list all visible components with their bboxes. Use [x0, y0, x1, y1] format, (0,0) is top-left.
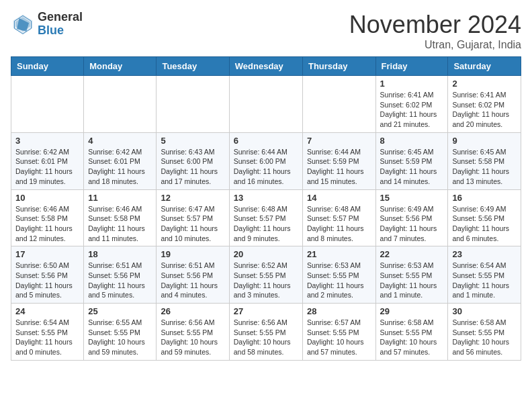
page-header: General Blue November 2024 Utran, Gujara…	[11, 11, 521, 51]
calendar-day-cell: 19Sunrise: 6:51 AMSunset: 5:56 PMDayligh…	[157, 246, 229, 304]
day-info: Sunrise: 6:45 AMSunset: 5:58 PMDaylight:…	[452, 147, 517, 187]
calendar-day-cell: 30Sunrise: 6:58 AMSunset: 5:55 PMDayligh…	[448, 304, 521, 361]
day-info: Sunrise: 6:44 AMSunset: 6:00 PMDaylight:…	[234, 147, 298, 187]
calendar-week-row: 17Sunrise: 6:50 AMSunset: 5:56 PMDayligh…	[11, 246, 521, 304]
day-info: Sunrise: 6:44 AMSunset: 5:59 PMDaylight:…	[307, 147, 371, 187]
day-info: Sunrise: 6:50 AMSunset: 5:56 PMDaylight:…	[15, 261, 79, 300]
day-info: Sunrise: 6:54 AMSunset: 5:55 PMDaylight:…	[452, 261, 517, 300]
calendar-day-cell: 24Sunrise: 6:54 AMSunset: 5:55 PMDayligh…	[11, 304, 84, 361]
day-number: 30	[452, 306, 517, 316]
day-number: 22	[380, 249, 444, 259]
day-info: Sunrise: 6:51 AMSunset: 5:56 PMDaylight:…	[88, 261, 152, 300]
day-number: 25	[88, 306, 152, 316]
day-info: Sunrise: 6:42 AMSunset: 6:01 PMDaylight:…	[15, 147, 79, 187]
day-info: Sunrise: 6:41 AMSunset: 6:02 PMDaylight:…	[380, 90, 444, 130]
calendar-day-cell: 22Sunrise: 6:53 AMSunset: 5:55 PMDayligh…	[375, 246, 448, 304]
calendar-day-cell: 2Sunrise: 6:41 AMSunset: 6:02 PMDaylight…	[448, 76, 521, 133]
calendar-day-cell: 27Sunrise: 6:56 AMSunset: 5:55 PMDayligh…	[229, 304, 302, 361]
calendar-week-row: 3Sunrise: 6:42 AMSunset: 6:01 PMDaylight…	[11, 132, 521, 189]
calendar-day-cell: 13Sunrise: 6:48 AMSunset: 5:57 PMDayligh…	[229, 189, 302, 246]
day-info: Sunrise: 6:53 AMSunset: 5:55 PMDaylight:…	[380, 261, 444, 300]
day-info: Sunrise: 6:56 AMSunset: 5:55 PMDaylight:…	[161, 318, 224, 357]
calendar-day-cell: 1Sunrise: 6:41 AMSunset: 6:02 PMDaylight…	[375, 76, 448, 133]
day-info: Sunrise: 6:58 AMSunset: 5:55 PMDaylight:…	[452, 318, 517, 357]
day-info: Sunrise: 6:46 AMSunset: 5:58 PMDaylight:…	[15, 204, 79, 244]
day-number: 21	[307, 249, 371, 259]
calendar-day-cell	[302, 76, 375, 133]
day-number: 23	[452, 249, 517, 259]
day-number: 1	[380, 79, 444, 89]
logo-text: General Blue	[38, 11, 83, 38]
calendar-day-cell: 26Sunrise: 6:56 AMSunset: 5:55 PMDayligh…	[157, 304, 229, 361]
day-number: 14	[307, 193, 371, 203]
calendar-week-row: 24Sunrise: 6:54 AMSunset: 5:55 PMDayligh…	[11, 304, 521, 361]
calendar-day-cell: 4Sunrise: 6:42 AMSunset: 6:01 PMDaylight…	[84, 132, 157, 189]
logo-general: General	[38, 11, 83, 24]
logo-icon	[11, 12, 35, 36]
day-info: Sunrise: 6:53 AMSunset: 5:55 PMDaylight:…	[307, 261, 371, 300]
logo: General Blue	[11, 11, 83, 38]
day-info: Sunrise: 6:51 AMSunset: 5:56 PMDaylight:…	[161, 261, 224, 300]
calendar-day-cell: 12Sunrise: 6:47 AMSunset: 5:57 PMDayligh…	[157, 189, 229, 246]
day-number: 17	[15, 249, 79, 259]
weekday-header-row: SundayMondayTuesdayWednesdayThursdayFrid…	[11, 57, 521, 76]
day-number: 12	[161, 193, 224, 203]
calendar-body: 1Sunrise: 6:41 AMSunset: 6:02 PMDaylight…	[11, 76, 521, 361]
day-number: 15	[380, 193, 444, 203]
calendar-day-cell	[157, 76, 229, 133]
title-section: November 2024 Utran, Gujarat, India	[349, 11, 521, 51]
weekday-header: Saturday	[448, 57, 521, 76]
day-info: Sunrise: 6:48 AMSunset: 5:57 PMDaylight:…	[307, 204, 371, 244]
day-number: 2	[452, 79, 517, 89]
calendar-day-cell: 21Sunrise: 6:53 AMSunset: 5:55 PMDayligh…	[302, 246, 375, 304]
weekday-header: Friday	[375, 57, 448, 76]
day-info: Sunrise: 6:56 AMSunset: 5:55 PMDaylight:…	[234, 318, 298, 357]
day-number: 27	[234, 306, 298, 316]
calendar-day-cell	[11, 76, 84, 133]
day-number: 13	[234, 193, 298, 203]
day-info: Sunrise: 6:43 AMSunset: 6:00 PMDaylight:…	[161, 147, 224, 187]
day-number: 24	[15, 306, 79, 316]
calendar-table: SundayMondayTuesdayWednesdayThursdayFrid…	[11, 56, 521, 361]
day-info: Sunrise: 6:49 AMSunset: 5:56 PMDaylight:…	[380, 204, 444, 244]
calendar-day-cell: 15Sunrise: 6:49 AMSunset: 5:56 PMDayligh…	[375, 189, 448, 246]
day-info: Sunrise: 6:46 AMSunset: 5:58 PMDaylight:…	[88, 204, 152, 244]
day-number: 20	[234, 249, 298, 259]
day-number: 18	[88, 249, 152, 259]
calendar-week-row: 10Sunrise: 6:46 AMSunset: 5:58 PMDayligh…	[11, 189, 521, 246]
day-number: 29	[380, 306, 444, 316]
weekday-header: Monday	[84, 57, 157, 76]
day-info: Sunrise: 6:45 AMSunset: 5:59 PMDaylight:…	[380, 147, 444, 187]
day-info: Sunrise: 6:41 AMSunset: 6:02 PMDaylight:…	[452, 90, 517, 130]
day-info: Sunrise: 6:48 AMSunset: 5:57 PMDaylight:…	[234, 204, 298, 244]
calendar-day-cell: 10Sunrise: 6:46 AMSunset: 5:58 PMDayligh…	[11, 189, 84, 246]
calendar-day-cell: 8Sunrise: 6:45 AMSunset: 5:59 PMDaylight…	[375, 132, 448, 189]
calendar-day-cell: 29Sunrise: 6:58 AMSunset: 5:55 PMDayligh…	[375, 304, 448, 361]
month-title: November 2024	[349, 11, 521, 39]
day-number: 4	[88, 136, 152, 146]
day-number: 16	[452, 193, 517, 203]
weekday-header: Thursday	[302, 57, 375, 76]
calendar-header: SundayMondayTuesdayWednesdayThursdayFrid…	[11, 57, 521, 76]
day-info: Sunrise: 6:47 AMSunset: 5:57 PMDaylight:…	[161, 204, 224, 244]
day-number: 10	[15, 193, 79, 203]
day-number: 7	[307, 136, 371, 146]
calendar-day-cell: 20Sunrise: 6:52 AMSunset: 5:55 PMDayligh…	[229, 246, 302, 304]
day-info: Sunrise: 6:52 AMSunset: 5:55 PMDaylight:…	[234, 261, 298, 300]
calendar-day-cell: 25Sunrise: 6:55 AMSunset: 5:55 PMDayligh…	[84, 304, 157, 361]
calendar-day-cell: 11Sunrise: 6:46 AMSunset: 5:58 PMDayligh…	[84, 189, 157, 246]
day-number: 8	[380, 136, 444, 146]
day-info: Sunrise: 6:55 AMSunset: 5:55 PMDaylight:…	[88, 318, 152, 357]
calendar-week-row: 1Sunrise: 6:41 AMSunset: 6:02 PMDaylight…	[11, 76, 521, 133]
calendar-day-cell: 16Sunrise: 6:49 AMSunset: 5:56 PMDayligh…	[448, 189, 521, 246]
calendar-day-cell: 3Sunrise: 6:42 AMSunset: 6:01 PMDaylight…	[11, 132, 84, 189]
day-number: 5	[161, 136, 224, 146]
weekday-header: Wednesday	[229, 57, 302, 76]
day-info: Sunrise: 6:58 AMSunset: 5:55 PMDaylight:…	[380, 318, 444, 357]
calendar-day-cell: 17Sunrise: 6:50 AMSunset: 5:56 PMDayligh…	[11, 246, 84, 304]
day-info: Sunrise: 6:42 AMSunset: 6:01 PMDaylight:…	[88, 147, 152, 187]
calendar-day-cell: 23Sunrise: 6:54 AMSunset: 5:55 PMDayligh…	[448, 246, 521, 304]
day-number: 19	[161, 249, 224, 259]
day-number: 28	[307, 306, 371, 316]
calendar-day-cell: 5Sunrise: 6:43 AMSunset: 6:00 PMDaylight…	[157, 132, 229, 189]
